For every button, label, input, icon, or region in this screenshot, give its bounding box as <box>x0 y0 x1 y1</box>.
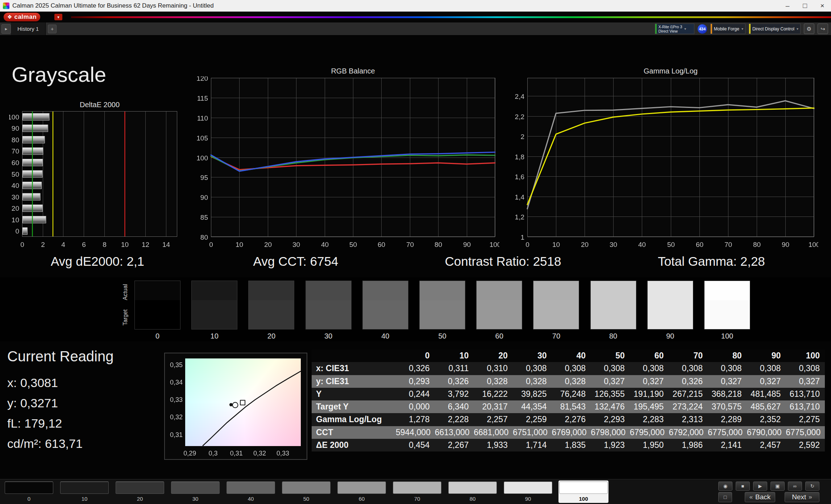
tool-row: ◉■▶▣∞↻ <box>718 482 819 491</box>
patch-label: 80 <box>448 496 498 502</box>
meter-dropdown[interactable]: X-Rite i1Pro 3 Direct View ▾ <box>655 24 694 34</box>
patch-button-10[interactable]: 10 <box>59 480 109 503</box>
refresh-button[interactable]: ↻ <box>805 482 819 491</box>
swatch-actual <box>477 281 522 300</box>
expand-history-button[interactable]: ▸ <box>1 24 11 34</box>
close-button[interactable]: × <box>814 0 831 12</box>
patch-label: 60 <box>337 496 387 502</box>
value-cell: 3,792 <box>435 388 474 400</box>
value-cell: 2,276 <box>552 413 591 426</box>
value-cell: 0,308 <box>552 362 591 375</box>
grayscale-swatch-0: 0 <box>134 281 180 329</box>
minimize-button[interactable]: – <box>779 0 796 12</box>
grayscale-swatch-70: 70 <box>533 281 579 329</box>
screen-button[interactable]: □ <box>718 492 732 502</box>
patch-button-90[interactable]: 90 <box>503 480 553 503</box>
value-cell: 0,308 <box>591 362 630 375</box>
reading-fl: fL: 179,12 <box>7 413 163 433</box>
value-cell: 60 <box>630 349 669 362</box>
value-cell: 6792,000 <box>669 426 708 439</box>
value-cell: 2,228 <box>435 413 474 426</box>
swatch-target <box>705 300 750 329</box>
patch-label: 70 <box>392 496 442 502</box>
target-axis-label: Target <box>122 305 129 329</box>
value-cell: 0,327 <box>591 375 630 388</box>
patch-button-50[interactable]: 50 <box>281 480 331 503</box>
calman-logo[interactable]: ❖ calman <box>4 13 40 21</box>
settings-button[interactable]: ⚙ <box>804 24 814 34</box>
add-tab-button[interactable]: + <box>48 25 57 33</box>
maximize-button[interactable]: □ <box>796 0 814 12</box>
back-icon: « <box>749 494 753 501</box>
patch-button-30[interactable]: 30 <box>170 480 220 503</box>
patch-button-70[interactable]: 70 <box>392 480 442 503</box>
source-dropdown[interactable]: Mobile Forge ▾ <box>710 24 745 34</box>
value-cell: 2,257 <box>474 413 513 426</box>
stop-button[interactable]: ■ <box>736 482 750 491</box>
value-cell: 76,248 <box>552 388 591 400</box>
chevron-down-icon: ▾ <box>797 27 798 31</box>
table-row: y: CIE310,2930,3260,3280,3280,3280,3270,… <box>312 375 825 388</box>
deltae-chart-title: DeltaE 2000 <box>22 101 177 109</box>
tab-history-1[interactable]: History 1 <box>11 22 46 35</box>
grayscale-swatch-strip: Actual Target 0102030405060708090100 <box>0 277 831 341</box>
patch-color <box>559 482 608 494</box>
swatch-target <box>477 300 522 329</box>
swatch-label: 70 <box>533 332 579 340</box>
row-label-cell: Y <box>312 388 396 400</box>
save-button[interactable]: ▣ <box>770 482 785 491</box>
value-cell: 20 <box>474 349 513 362</box>
swatch-label: 20 <box>249 332 294 340</box>
loop-button[interactable]: ∞ <box>788 482 802 491</box>
swatch-label: 80 <box>591 332 636 340</box>
play-button[interactable]: ▶ <box>753 482 767 491</box>
value-cell: 2,283 <box>630 413 669 426</box>
table-row: x: CIE310,3260,3110,3100,3080,3080,3080,… <box>312 362 825 375</box>
patch-button-60[interactable]: 60 <box>337 480 387 503</box>
value-cell: 81,543 <box>552 400 591 413</box>
swatch-label: 30 <box>306 332 351 340</box>
next-button[interactable]: Next » <box>785 492 819 502</box>
patch-button-80[interactable]: 80 <box>448 480 498 503</box>
swatch-target <box>306 300 351 329</box>
next-label: Next <box>792 493 806 501</box>
row-label-cell: x: CIE31 <box>312 362 396 375</box>
back-button[interactable]: « Back <box>745 492 775 502</box>
patch-label: 40 <box>226 496 276 502</box>
patch-button-0[interactable]: 0 <box>4 480 54 503</box>
value-cell: 132,476 <box>591 400 630 413</box>
patch-button-100[interactable]: 100 <box>558 480 608 503</box>
measurement-table: 0102030405060708090100x: CIE310,3260,311… <box>312 349 825 452</box>
table-row: ΔE 20000,4542,2671,9331,7141,8351,9231,9… <box>312 439 825 452</box>
reading-x: x: 0,3081 <box>7 373 163 393</box>
page-title: Grayscale <box>12 62 106 87</box>
swatch-actual <box>533 281 579 300</box>
value-cell: 0,308 <box>669 362 708 375</box>
chevron-down-icon: ▾ <box>741 27 743 31</box>
value-cell: 267,215 <box>669 388 708 400</box>
value-cell: 2,352 <box>747 413 786 426</box>
actual-axis-label: Actual <box>122 281 129 304</box>
meter-read-button[interactable]: ◉ <box>718 482 732 491</box>
session-button[interactable]: ↪ <box>818 24 828 34</box>
swatch-target <box>533 300 579 329</box>
patch-color <box>227 482 275 494</box>
value-cell: 50 <box>591 349 630 362</box>
menu-dropdown-button[interactable]: ▾ <box>54 14 62 20</box>
value-cell: 0,311 <box>435 362 474 375</box>
value-cell: 2,267 <box>435 439 474 452</box>
grayscale-swatch-40: 40 <box>362 281 408 329</box>
grayscale-swatch-50: 50 <box>419 281 465 329</box>
value-cell: 368,218 <box>708 388 747 400</box>
swatch-actual <box>705 281 750 300</box>
value-cell: 2,313 <box>669 413 708 426</box>
patch-button-40[interactable]: 40 <box>226 480 276 503</box>
display-control-dropdown[interactable]: Direct Display Control ▾ <box>749 24 801 34</box>
value-cell: 0,327 <box>630 375 669 388</box>
value-cell: 0,308 <box>786 362 825 375</box>
calman-logo-icon: ❖ <box>7 14 12 20</box>
swatch-actual <box>591 281 636 300</box>
value-cell: 273,224 <box>669 400 708 413</box>
row-label-cell <box>312 349 396 362</box>
patch-button-20[interactable]: 20 <box>115 480 165 503</box>
